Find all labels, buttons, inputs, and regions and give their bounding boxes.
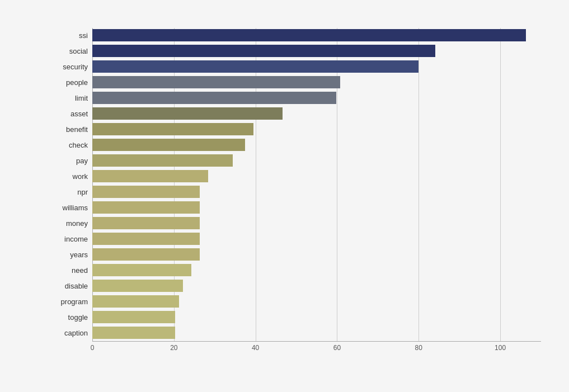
bar-row: income bbox=[50, 232, 547, 246]
bar-row: work bbox=[50, 169, 547, 183]
bar-fill bbox=[92, 107, 283, 120]
bar-track bbox=[92, 60, 547, 73]
bar-row: asset bbox=[50, 106, 547, 121]
bar-row: pay bbox=[50, 153, 547, 168]
bar-fill bbox=[92, 139, 245, 151]
bar-row: people bbox=[50, 75, 547, 89]
bar-fill bbox=[92, 45, 435, 57]
chart-container: ssisocialsecuritypeoplelimitassetbenefit… bbox=[6, 6, 563, 392]
bar-track bbox=[92, 154, 547, 167]
bar-track bbox=[92, 201, 547, 214]
bar-label: benefit bbox=[50, 125, 92, 134]
bar-fill bbox=[92, 233, 200, 245]
x-axis-area: 020406080100 bbox=[92, 341, 541, 356]
bar-row: benefit bbox=[50, 122, 547, 136]
x-tick-label: 100 bbox=[495, 344, 506, 352]
bar-track bbox=[92, 139, 547, 151]
bar-fill bbox=[92, 217, 200, 229]
bar-row: social bbox=[50, 44, 547, 58]
bar-track bbox=[92, 186, 547, 198]
bar-row: ssi bbox=[50, 28, 547, 42]
bar-label: ssi bbox=[50, 31, 92, 40]
bar-fill bbox=[92, 201, 200, 214]
bar-label: caption bbox=[50, 329, 92, 337]
bar-label: npr bbox=[50, 188, 92, 196]
bar-label: work bbox=[50, 172, 92, 181]
bar-label: program bbox=[50, 297, 92, 306]
bar-label: need bbox=[50, 266, 92, 275]
x-ticks: 020406080100 bbox=[92, 344, 541, 355]
x-tick-label: 0 bbox=[91, 344, 95, 352]
bar-label: security bbox=[50, 63, 92, 71]
x-tick-label: 40 bbox=[252, 344, 259, 352]
bar-row: caption bbox=[50, 325, 547, 340]
x-tick-label: 20 bbox=[170, 344, 177, 352]
bar-fill bbox=[92, 186, 200, 198]
bar-fill bbox=[92, 327, 175, 339]
bar-fill bbox=[92, 264, 191, 276]
bar-fill bbox=[92, 311, 175, 323]
bar-label: check bbox=[50, 141, 92, 149]
bar-track bbox=[92, 311, 547, 323]
bar-row: need bbox=[50, 263, 547, 277]
bar-label: williams bbox=[50, 204, 92, 212]
bar-row: limit bbox=[50, 91, 547, 105]
bar-label: asset bbox=[50, 110, 92, 118]
bar-track bbox=[92, 264, 547, 276]
bar-fill bbox=[92, 76, 340, 88]
bar-row: security bbox=[50, 59, 547, 74]
bar-fill bbox=[92, 154, 233, 167]
bar-label: income bbox=[50, 235, 92, 243]
bar-track bbox=[92, 280, 547, 292]
bar-row: disable bbox=[50, 278, 547, 293]
bar-track bbox=[92, 45, 547, 57]
bar-track bbox=[92, 217, 547, 229]
chart-body: ssisocialsecuritypeoplelimitassetbenefit… bbox=[50, 28, 547, 341]
bar-row: program bbox=[50, 294, 547, 309]
bar-label: pay bbox=[50, 157, 92, 165]
bar-track bbox=[92, 295, 547, 308]
bar-track bbox=[92, 29, 547, 41]
bar-row: toggle bbox=[50, 310, 547, 324]
bar-label: disable bbox=[50, 282, 92, 290]
bar-label: money bbox=[50, 219, 92, 228]
bar-track bbox=[92, 170, 547, 182]
bar-row: years bbox=[50, 247, 547, 262]
bar-fill bbox=[92, 170, 208, 182]
bar-row: check bbox=[50, 138, 547, 152]
bar-track bbox=[92, 327, 547, 339]
bar-fill bbox=[92, 92, 336, 104]
bar-label: years bbox=[50, 251, 92, 259]
bar-row: money bbox=[50, 216, 547, 230]
bar-fill bbox=[92, 60, 418, 73]
bar-track bbox=[92, 92, 547, 104]
x-tick-label: 80 bbox=[415, 344, 422, 352]
bar-label: limit bbox=[50, 94, 92, 102]
bar-fill bbox=[92, 29, 526, 41]
bar-row: williams bbox=[50, 200, 547, 215]
bar-row: npr bbox=[50, 185, 547, 199]
bar-fill bbox=[92, 295, 179, 308]
bar-track bbox=[92, 248, 547, 261]
bar-track bbox=[92, 123, 547, 135]
bar-track bbox=[92, 233, 547, 245]
bar-label: social bbox=[50, 47, 92, 55]
bar-track bbox=[92, 107, 547, 120]
bar-fill bbox=[92, 280, 183, 292]
bar-label: toggle bbox=[50, 313, 92, 322]
bar-label: people bbox=[50, 78, 92, 87]
bars-container: ssisocialsecuritypeoplelimitassetbenefit… bbox=[50, 28, 547, 340]
bar-fill bbox=[92, 248, 200, 261]
x-tick-label: 60 bbox=[333, 344, 341, 352]
bar-fill bbox=[92, 123, 253, 135]
bar-track bbox=[92, 76, 547, 88]
